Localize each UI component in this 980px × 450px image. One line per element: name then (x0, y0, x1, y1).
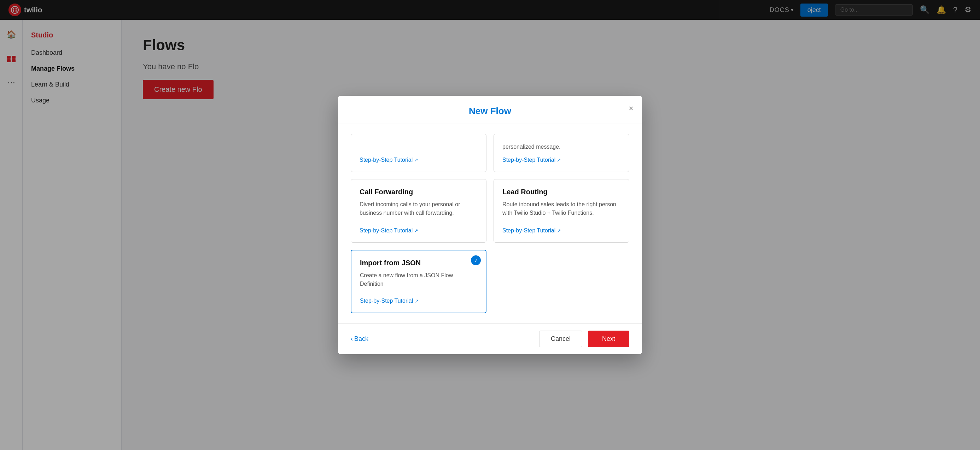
tutorial-link-lead-routing[interactable]: Step-by-Step Tutorial ↗ (503, 228, 620, 234)
external-link-icon-3: ↗ (414, 228, 418, 233)
modal-footer: ‹ Back Cancel Next (338, 323, 642, 354)
tutorial-label-top-left: Step-by-Step Tutorial (360, 157, 412, 163)
card-lead-routing-top: Lead Routing Route inbound sales leads t… (503, 188, 620, 223)
cancel-button[interactable]: Cancel (539, 331, 582, 347)
card-call-forwarding-top: Call Forwarding Divert incoming calls to… (360, 188, 477, 223)
tutorial-link-import-json[interactable]: Step-by-Step Tutorial ↗ (360, 298, 477, 304)
tutorial-link-top-left[interactable]: Step-by-Step Tutorial ↗ (360, 157, 477, 163)
modal-overlay: New Flow × Step-by-Step Tutorial ↗ per (0, 0, 980, 450)
top-right-desc: personalized message. (503, 143, 620, 151)
card-lead-routing[interactable]: Lead Routing Route inbound sales leads t… (493, 179, 629, 242)
modal-header: New Flow × (338, 96, 642, 124)
top-partial-cards: Step-by-Step Tutorial ↗ personalized mes… (351, 134, 629, 172)
external-link-icon: ↗ (414, 157, 418, 163)
new-flow-modal: New Flow × Step-by-Step Tutorial ↗ per (338, 96, 642, 354)
card-lead-routing-desc: Route inbound sales leads to the right p… (503, 200, 620, 217)
modal-title: New Flow (351, 106, 629, 117)
back-label: Back (354, 335, 368, 342)
next-button[interactable]: Next (588, 331, 629, 347)
main-cards-grid: Call Forwarding Divert incoming calls to… (351, 179, 629, 313)
close-button[interactable]: × (628, 104, 633, 112)
tutorial-label-import-json: Step-by-Step Tutorial (360, 298, 413, 304)
card-import-json[interactable]: ✓ Import from JSON Create a new flow fro… (351, 250, 487, 313)
tutorial-link-call-forwarding[interactable]: Step-by-Step Tutorial ↗ (360, 228, 477, 234)
tutorial-label-lead-routing: Step-by-Step Tutorial (503, 228, 555, 234)
card-call-forwarding-desc: Divert incoming calls to your personal o… (360, 200, 477, 217)
chevron-left-icon: ‹ (351, 335, 353, 342)
card-call-forwarding-title: Call Forwarding (360, 188, 477, 196)
card-import-json-top: Import from JSON Create a new flow from … (360, 259, 477, 294)
external-link-icon-2: ↗ (557, 157, 561, 163)
check-icon: ✓ (471, 255, 481, 265)
back-button[interactable]: ‹ Back (351, 335, 368, 342)
card-import-json-desc: Create a new flow from a JSON Flow Defin… (360, 271, 477, 288)
tutorial-link-top-right[interactable]: Step-by-Step Tutorial ↗ (503, 157, 620, 163)
card-lead-routing-title: Lead Routing (503, 188, 620, 196)
card-top-right-body: personalized message. (503, 143, 620, 157)
modal-body: Step-by-Step Tutorial ↗ personalized mes… (338, 124, 642, 323)
card-import-json-title: Import from JSON (360, 259, 477, 267)
card-call-forwarding[interactable]: Call Forwarding Divert incoming calls to… (351, 179, 487, 242)
external-link-icon-4: ↗ (557, 228, 561, 233)
external-link-icon-5: ↗ (414, 298, 418, 304)
tutorial-label-call-forwarding: Step-by-Step Tutorial (360, 228, 412, 234)
footer-right: Cancel Next (539, 331, 629, 347)
tutorial-label-top-right: Step-by-Step Tutorial (503, 157, 555, 163)
card-top-right[interactable]: personalized message. Step-by-Step Tutor… (493, 134, 629, 172)
card-top-left[interactable]: Step-by-Step Tutorial ↗ (351, 134, 487, 172)
